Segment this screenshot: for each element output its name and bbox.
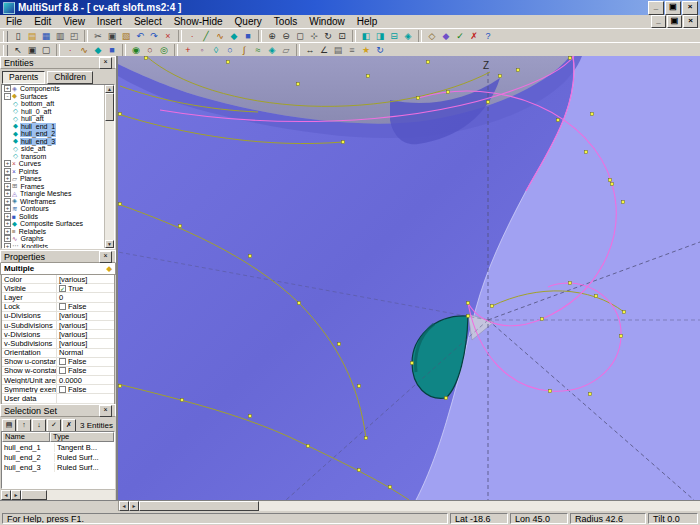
- move-down-icon[interactable]: ↓: [32, 419, 46, 432]
- tree-item-bottom-aft[interactable]: ◇bottom_aft: [2, 100, 114, 108]
- select-all-icon[interactable]: ▣: [25, 44, 39, 57]
- property-value[interactable]: False: [57, 357, 114, 366]
- mdi-minimize-button[interactable]: _: [651, 15, 666, 28]
- tree-item-relabels[interactable]: +≡Relabels: [2, 228, 114, 236]
- property-value[interactable]: [various]: [57, 311, 114, 320]
- property-value[interactable]: False: [57, 302, 114, 311]
- tab-children[interactable]: Children: [47, 71, 93, 84]
- delete-icon[interactable]: ×: [161, 30, 175, 43]
- scroll-thumb[interactable]: [105, 93, 114, 121]
- mdi-restore-button[interactable]: ▣: [667, 15, 682, 28]
- mdi-close-button[interactable]: ×: [683, 15, 698, 28]
- checkbox-checked-icon[interactable]: ✓: [59, 285, 66, 292]
- menu-query[interactable]: Query: [229, 15, 268, 28]
- iso-view-icon[interactable]: ◈: [401, 30, 415, 43]
- expand-icon[interactable]: +: [4, 213, 11, 220]
- undo-icon[interactable]: ↶: [133, 30, 147, 43]
- checkbox-unchecked-icon[interactable]: [59, 303, 66, 310]
- zoom-out-icon[interactable]: ⊖: [279, 30, 293, 43]
- selection-row-hull-end-2[interactable]: hull_end_2Ruled Surf...: [2, 452, 114, 462]
- tree-item-hull-aft[interactable]: ◇hull_aft: [2, 115, 114, 123]
- snake-entity-icon[interactable]: ≈: [251, 44, 265, 57]
- tree-item-points[interactable]: +×Points: [2, 168, 114, 176]
- restore-button[interactable]: ▣: [665, 1, 681, 15]
- expand-icon[interactable]: +: [4, 183, 11, 190]
- deselect-icon[interactable]: ▢: [39, 44, 53, 57]
- property-value[interactable]: False: [57, 366, 114, 375]
- tree-item-side-aft[interactable]: ◇side_aft: [2, 145, 114, 153]
- menu-show-hide[interactable]: Show-Hide: [168, 15, 229, 28]
- insert-curve-icon[interactable]: ∿: [213, 30, 227, 43]
- curve-entity-icon[interactable]: ∫: [237, 44, 251, 57]
- ring-entity-icon[interactable]: ○: [223, 44, 237, 57]
- property-value[interactable]: [various]: [57, 330, 114, 339]
- filter-surface-icon[interactable]: ◆: [91, 44, 105, 57]
- filter-solid-icon[interactable]: ■: [105, 44, 119, 57]
- expand-icon[interactable]: +: [4, 175, 11, 182]
- tree-item-knotlists[interactable]: +⋯Knotlists: [2, 243, 114, 250]
- insert-line-icon[interactable]: ╱: [199, 30, 213, 43]
- bead-entity-icon[interactable]: ◦: [195, 44, 209, 57]
- expand-icon[interactable]: +: [4, 235, 11, 242]
- fit-view-icon[interactable]: ⊡: [335, 30, 349, 43]
- scroll-left-icon[interactable]: ◄: [1, 490, 11, 500]
- filter-point-icon[interactable]: ∙: [63, 44, 77, 57]
- menu-file[interactable]: File: [0, 15, 28, 28]
- scroll-left-icon[interactable]: ◄: [119, 501, 129, 511]
- plane-entity-icon[interactable]: ▱: [279, 44, 293, 57]
- tree-item-composite-surfaces[interactable]: +◆Composite Surfaces: [2, 220, 114, 228]
- insert-solid-icon[interactable]: ■: [241, 30, 255, 43]
- tree-item-hull-0-aft[interactable]: ◇hull_0_aft: [2, 108, 114, 116]
- minimize-button[interactable]: _: [648, 1, 664, 15]
- redo-icon[interactable]: ↷: [147, 30, 161, 43]
- entities-close-icon[interactable]: ×: [99, 57, 112, 69]
- checkbox-unchecked-icon[interactable]: [59, 386, 66, 393]
- check-model-icon[interactable]: ✓: [453, 30, 467, 43]
- measure-distance-icon[interactable]: ↔: [303, 44, 317, 57]
- show-icon[interactable]: ◉: [129, 44, 143, 57]
- top-view-icon[interactable]: ⊟: [387, 30, 401, 43]
- selection-row-hull-end-1[interactable]: hull_end_1Tangent B...: [2, 442, 114, 452]
- column-header-name[interactable]: Name: [2, 432, 50, 442]
- filter-curve-icon[interactable]: ∿: [77, 44, 91, 57]
- expand-icon[interactable]: +: [4, 85, 11, 92]
- hide-icon[interactable]: ○: [143, 44, 157, 57]
- menu-tools[interactable]: Tools: [268, 15, 303, 28]
- tree-item-surfaces[interactable]: -◆Surfaces: [2, 93, 114, 101]
- property-value[interactable]: 0: [57, 293, 114, 302]
- tree-scrollbar[interactable]: ▲ ▼: [104, 85, 114, 248]
- menu-window[interactable]: Window: [303, 15, 351, 28]
- paste-icon[interactable]: ▧: [119, 30, 133, 43]
- selection-close-icon[interactable]: ×: [99, 405, 112, 417]
- property-value[interactable]: ✓True: [57, 284, 114, 293]
- insert-surface-icon[interactable]: ◆: [227, 30, 241, 43]
- print-icon[interactable]: ▥: [53, 30, 67, 43]
- toolbar-grip[interactable]: [3, 31, 8, 42]
- properties-close-icon[interactable]: ×: [99, 251, 112, 263]
- save-file-icon[interactable]: ▦: [39, 30, 53, 43]
- list-view-icon[interactable]: ▤: [2, 419, 16, 432]
- open-file-icon[interactable]: ▤: [25, 30, 39, 43]
- properties-filter-icon[interactable]: ◆: [107, 265, 112, 273]
- title-bar[interactable]: MultiSurf 8.8 - [ cv-aft sloft.ms2:4 ] _…: [0, 0, 700, 15]
- viewport-scrollbar[interactable]: ◄ ►: [119, 501, 700, 511]
- tree-item-hull-end-2[interactable]: ◆hull_end_2: [2, 130, 114, 138]
- close-button[interactable]: ×: [682, 1, 698, 15]
- checkbox-unchecked-icon[interactable]: [59, 367, 66, 374]
- tree-item-components[interactable]: +◈Components: [2, 85, 114, 93]
- side-view-icon[interactable]: ◨: [373, 30, 387, 43]
- menu-select[interactable]: Select: [128, 15, 168, 28]
- select-icon[interactable]: ↖: [11, 44, 25, 57]
- expand-icon[interactable]: +: [4, 243, 11, 249]
- pan-icon[interactable]: ⊹: [307, 30, 321, 43]
- surface-entity-icon[interactable]: ◈: [265, 44, 279, 57]
- expand-icon[interactable]: +: [4, 228, 11, 235]
- tree-item-frames[interactable]: +⊞Frames: [2, 183, 114, 191]
- property-value[interactable]: [various]: [57, 321, 114, 330]
- tree-item-hull-end-1[interactable]: ◆hull_end_1: [2, 123, 114, 131]
- check-entities-icon[interactable]: ✓: [47, 419, 61, 432]
- zoom-in-icon[interactable]: ⊕: [265, 30, 279, 43]
- menu-edit[interactable]: Edit: [28, 15, 57, 28]
- expand-icon[interactable]: +: [4, 190, 11, 197]
- help-icon[interactable]: ?: [481, 30, 495, 43]
